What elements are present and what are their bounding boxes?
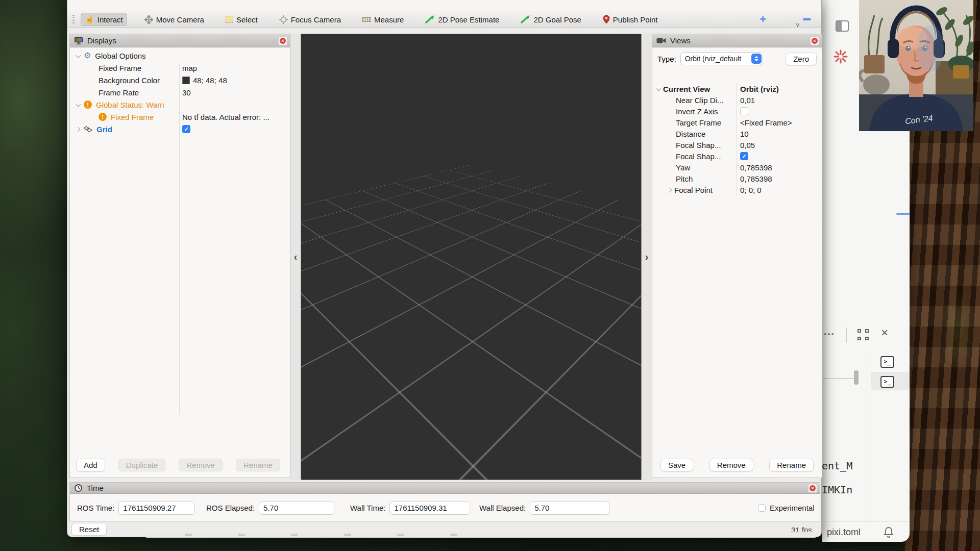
- property-name: Invert Z Axis: [676, 107, 718, 116]
- chevron-down-icon[interactable]: [656, 86, 661, 91]
- views-panel-header[interactable]: Views ×: [652, 34, 822, 47]
- add-display-button[interactable]: Add: [76, 459, 105, 471]
- close-displays-button[interactable]: ×: [278, 36, 287, 45]
- experimental-label: Experimental: [770, 504, 815, 512]
- time-panel-header[interactable]: Time ×: [70, 483, 820, 494]
- tool-label: Publish Point: [613, 15, 658, 24]
- terminal-icon[interactable]: >_: [880, 376, 894, 388]
- close-icon[interactable]: ×: [881, 327, 888, 339]
- row-near-clip[interactable]: Near Clip Di... 0,01: [652, 94, 822, 106]
- row-focal-shape-size[interactable]: Focal Shap... 0,05: [652, 139, 822, 151]
- chevron-right-icon[interactable]: [667, 187, 672, 192]
- ros-elapsed-input[interactable]: 5.70: [259, 502, 334, 515]
- wall-elapsed-input[interactable]: 5.70: [530, 502, 609, 515]
- zero-button[interactable]: Zero: [786, 53, 817, 65]
- crosshair-icon: [279, 15, 288, 24]
- tool-2d-goal-pose[interactable]: 2D Goal Pose: [517, 13, 585, 26]
- rename-view-button[interactable]: Rename: [769, 459, 814, 471]
- property-value[interactable]: ✓: [740, 152, 748, 160]
- gear-icon: ⚙: [84, 52, 91, 60]
- property-value[interactable]: <Fixed Frame>: [740, 118, 792, 127]
- ros-time-input[interactable]: 1761150909.27: [118, 502, 195, 515]
- reset-button[interactable]: Reset: [71, 523, 107, 536]
- rename-display-button[interactable]: Rename: [236, 459, 280, 471]
- property-value[interactable]: 0,01: [740, 96, 755, 105]
- property-value[interactable]: 0,05: [740, 141, 755, 149]
- duplicate-display-button[interactable]: Duplicate: [118, 459, 166, 471]
- row-target-frame[interactable]: Target Frame <Fixed Frame>: [652, 117, 822, 128]
- more-actions-icon[interactable]: •••: [824, 330, 835, 338]
- row-background-color[interactable]: Background Color 48; 48; 48: [70, 74, 290, 86]
- maximize-icon[interactable]: [857, 329, 869, 340]
- wall-time-field: Wall Time: 1761150909.31: [350, 502, 470, 515]
- property-value[interactable]: 10: [740, 130, 749, 138]
- add-tool-icon[interactable]: +: [760, 13, 766, 26]
- row-global-options[interactable]: ⚙ Global Options: [70, 49, 290, 62]
- row-fixed-frame[interactable]: Fixed Frame map: [70, 62, 290, 74]
- collapse-left-arrow-icon[interactable]: ‹: [294, 251, 298, 263]
- tool-interact[interactable]: ☝ Interact: [81, 13, 127, 26]
- row-focal-shape-fixed[interactable]: Focal Shap... ✓: [652, 151, 822, 162]
- experimental-checkbox[interactable]: [758, 504, 766, 512]
- property-name: Focal Shap...: [676, 141, 721, 149]
- row-yaw[interactable]: Yaw 0,785398: [652, 162, 822, 173]
- focal-shape-checkbox[interactable]: ✓: [740, 152, 748, 160]
- property-value[interactable]: 0,785398: [740, 174, 772, 183]
- statusbar-filename[interactable]: pixi.toml: [827, 527, 861, 538]
- property-value: No tf data. Actual error: ...: [182, 113, 270, 121]
- property-name-group: ! Global Status: Warn: [76, 101, 164, 109]
- tool-measure[interactable]: Measure: [358, 13, 408, 26]
- grid-enabled-checkbox[interactable]: ✓: [182, 125, 190, 133]
- chevron-down-icon[interactable]: [76, 102, 81, 107]
- collapse-right-arrow-icon[interactable]: ›: [645, 251, 649, 263]
- tool-2d-pose-estimate[interactable]: 2D Pose Estimate: [421, 13, 503, 26]
- row-pitch[interactable]: Pitch 0,785398: [652, 173, 822, 184]
- row-fixed-frame-warning[interactable]: ! Fixed Frame No tf data. Actual error: …: [70, 111, 290, 123]
- save-view-button[interactable]: Save: [660, 459, 693, 471]
- toolbar-overflow-chevron-icon[interactable]: ∨: [795, 21, 800, 29]
- remove-view-button[interactable]: Remove: [709, 459, 753, 471]
- close-time-button[interactable]: ×: [808, 484, 817, 493]
- row-global-status[interactable]: ! Global Status: Warn: [70, 98, 290, 111]
- remove-tool-icon[interactable]: [803, 18, 811, 20]
- chevron-right-icon[interactable]: [76, 127, 81, 132]
- tool-move-camera[interactable]: Move Camera: [140, 13, 208, 26]
- wall-time-input[interactable]: 1761150909.31: [389, 502, 470, 515]
- property-value[interactable]: ✓: [182, 125, 190, 133]
- close-views-button[interactable]: ×: [810, 36, 819, 45]
- scrollbar-thumb[interactable]: [854, 370, 859, 385]
- sidebar-toggle-icon[interactable]: [836, 20, 849, 32]
- experimental-option[interactable]: Experimental: [758, 504, 815, 512]
- tool-select[interactable]: Select: [222, 13, 262, 26]
- tool-label: Measure: [374, 15, 404, 24]
- remove-display-button[interactable]: Remove: [179, 459, 223, 471]
- panel-splitter-left[interactable]: ‹: [290, 34, 301, 480]
- toolbar-drag-handle[interactable]: [72, 15, 75, 24]
- row-focal-point[interactable]: Focal Point 0; 0; 0: [652, 184, 822, 195]
- 3d-viewport[interactable]: [301, 34, 642, 480]
- row-frame-rate[interactable]: Frame Rate 30: [70, 86, 290, 98]
- property-value[interactable]: 48; 48; 48: [182, 76, 227, 85]
- row-current-view[interactable]: Current View Orbit (rviz): [652, 83, 822, 94]
- displays-buttons: Add Duplicate Remove Rename: [70, 459, 290, 471]
- terminal-icon[interactable]: >_: [880, 356, 894, 368]
- field-label: Wall Elapsed:: [479, 504, 526, 512]
- tool-focus-camera[interactable]: Focus Camera: [275, 13, 345, 26]
- property-value[interactable]: 30: [182, 88, 191, 97]
- property-value[interactable]: [740, 107, 748, 115]
- property-value[interactable]: map: [182, 64, 197, 72]
- displays-panel-header[interactable]: Displays ×: [70, 34, 290, 47]
- invert-z-checkbox[interactable]: [740, 107, 748, 115]
- row-grid[interactable]: Grid ✓: [70, 123, 290, 135]
- row-distance[interactable]: Distance 10: [652, 128, 822, 139]
- chevron-down-icon[interactable]: [76, 53, 81, 58]
- bell-icon[interactable]: [883, 526, 894, 538]
- tool-publish-point[interactable]: Publish Point: [599, 13, 662, 26]
- dropdown-stepper-icon[interactable]: [751, 54, 762, 64]
- view-type-dropdown[interactable]: Orbit (rviz_default: [680, 52, 763, 65]
- row-invert-z[interactable]: Invert Z Axis: [652, 106, 822, 117]
- property-value[interactable]: 0,785398: [740, 163, 772, 172]
- tree-separator[interactable]: [70, 414, 290, 414]
- panel-splitter-right[interactable]: ›: [642, 34, 652, 480]
- property-value[interactable]: 0; 0; 0: [740, 186, 762, 194]
